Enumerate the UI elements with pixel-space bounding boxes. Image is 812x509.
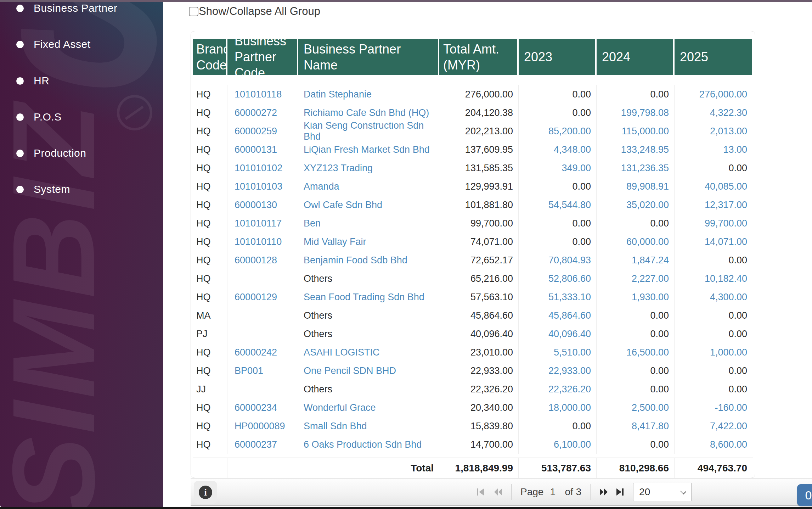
pagination-bar: i Page 1 of 3 20 (191, 479, 812, 506)
business-partner-name-link[interactable]: Richiamo Cafe Sdn Bhd (HQ) (298, 104, 439, 122)
branch-code-cell: HQ (193, 196, 227, 214)
amount-2025-cell: 276,000.00 (675, 85, 752, 104)
table-header-row: Branch Code Business Partner Code Busine… (193, 39, 753, 75)
column-header-business-partner-name[interactable]: Business Partner Name (298, 39, 439, 75)
table-row: HQ60000128Benjamin Food Sdb Bhd72,652.17… (193, 251, 753, 269)
amount-2025-cell: 0.00 (675, 362, 752, 380)
amount-2023-cell: 4,348.00 (519, 140, 597, 159)
amount-2024-cell: 0.00 (597, 214, 675, 233)
business-partner-name-link[interactable]: Owl Cafe Sdn Bhd (298, 196, 439, 214)
business-partner-code-link[interactable]: 101010102 (227, 159, 298, 177)
amount-2024-cell: 131,236.35 (597, 159, 675, 177)
bullet-icon (16, 150, 24, 157)
branch-code-cell: HQ (193, 269, 227, 288)
column-header-2024[interactable]: 2024 (597, 39, 675, 75)
business-partner-code-link[interactable]: 101010118 (227, 85, 298, 104)
business-partner-name-link[interactable]: Amanda (298, 177, 439, 196)
amount-2025-cell: 0.00 (675, 380, 752, 398)
next-page-icon[interactable] (599, 487, 608, 497)
business-partner-code-link[interactable]: 60000272 (227, 104, 298, 122)
amount-2023-cell: 0.00 (519, 104, 597, 122)
window-bottom-edge (0, 507, 812, 509)
business-partner-code-link[interactable]: 60000259 (227, 122, 298, 140)
business-partner-code-link[interactable]: 101010103 (227, 177, 298, 196)
page-size-select[interactable]: 20 (633, 483, 692, 501)
business-partner-code-link[interactable]: 60000130 (227, 196, 298, 214)
business-partner-code-link (227, 306, 298, 325)
page-number-input[interactable]: 1 (550, 486, 556, 498)
amount-2025-cell: 8,600.00 (675, 435, 752, 454)
branch-code-cell: MA (193, 306, 227, 325)
sidebar-item-fixed-asset[interactable]: Fixed Asset (0, 34, 163, 55)
group-others-label: Others (298, 306, 439, 325)
amount-2023-cell: 70,804.93 (519, 251, 597, 269)
business-partner-name-link[interactable]: Kian Seng Construction Sdn Bhd (298, 122, 439, 140)
total-amount-cell: 40,096.40 (439, 325, 519, 343)
bullet-icon (16, 41, 24, 48)
info-button[interactable]: i (194, 481, 217, 504)
amount-2024-cell: 115,000.00 (597, 122, 675, 140)
window-top-edge (0, 0, 812, 2)
sidebar-item-hr[interactable]: HR (0, 70, 163, 91)
amount-2025-cell: 13.00 (675, 140, 752, 159)
business-partner-name-link[interactable]: LiQian Fresh Market Sdn Bhd (298, 140, 439, 159)
business-partner-code-link[interactable]: 60000129 (227, 288, 298, 306)
show-collapse-checkbox[interactable] (189, 7, 198, 16)
business-partner-code-link[interactable]: 60000128 (227, 251, 298, 269)
table-row: HQ60000272Richiamo Cafe Sdn Bhd (HQ)204,… (193, 104, 753, 122)
business-partner-name-link[interactable]: Benjamin Food Sdb Bhd (298, 251, 439, 269)
business-partner-name-link[interactable]: Datin Stephanie (298, 85, 439, 104)
branch-code-cell: PJ (193, 325, 227, 343)
business-partner-code-link[interactable]: 60000234 (227, 398, 298, 417)
business-partner-name-link[interactable]: One Pencil SDN BHD (298, 362, 439, 380)
business-partner-code-link[interactable]: BP001 (227, 362, 298, 380)
sidebar-item-p-o-s[interactable]: P.O.S (0, 106, 163, 128)
sidebar-item-system[interactable]: System (0, 179, 163, 200)
table-row: HQBP001One Pencil SDN BHD22,933.0022,933… (193, 362, 753, 380)
table-row: HQ101010103Amanda129,993.910.0089,908.91… (193, 177, 753, 196)
business-partner-name-link[interactable]: Sean Food Trading Sdn Bhd (298, 288, 439, 306)
previous-page-icon[interactable] (494, 487, 503, 497)
branch-code-cell: HQ (193, 343, 227, 362)
amount-2024-cell: 16,500.00 (597, 343, 675, 362)
last-page-icon[interactable] (615, 487, 625, 497)
business-partner-code-link[interactable]: 60000131 (227, 140, 298, 159)
business-partner-name-link[interactable]: 6 Oaks Production Sdn Bhd (298, 435, 439, 454)
notification-badge-button[interactable]: 0 (797, 484, 812, 506)
table-row: HQ101010117Ben99,700.000.000.0099,700.00 (193, 214, 753, 233)
column-header-2023[interactable]: 2023 (519, 39, 597, 75)
show-collapse-all-group-toggle[interactable]: Show/Collapse All Group (189, 4, 320, 18)
business-partner-results-table: Branch Code Business Partner Code Busine… (191, 31, 755, 478)
business-partner-name-link[interactable]: ASAHI LOGISTIC (298, 343, 439, 362)
sidebar-item-label: Fixed Asset (34, 38, 91, 50)
amount-2023-cell: 0.00 (519, 214, 597, 233)
amount-2024-cell: 0.00 (597, 380, 675, 398)
total-amount-cell: 22,326.20 (439, 380, 519, 398)
total-amount-cell: 99,700.00 (439, 214, 519, 233)
sidebar-item-production[interactable]: Production (0, 142, 163, 164)
business-partner-name-link[interactable]: Wonderful Grace (298, 398, 439, 417)
column-header-business-partner-code[interactable]: Business Partner Code (227, 39, 298, 75)
business-partner-code-link[interactable]: 60000242 (227, 343, 298, 362)
business-partner-name-link[interactable]: XYZ123 Trading (298, 159, 439, 177)
amount-2023-cell: 45,864.60 (519, 306, 597, 325)
column-header-branch-code[interactable]: Branch Code (193, 39, 227, 75)
business-partner-name-link[interactable]: Small Sdn Bhd (298, 417, 439, 435)
column-header-total-amt[interactable]: Total Amt. (MYR) (439, 39, 519, 75)
group-others-label: Others (298, 380, 439, 398)
business-partner-code-link[interactable]: 101010110 (227, 233, 298, 251)
total-row-spacer (227, 458, 298, 478)
table-row: HQHP0000089Small Sdn Bhd15,839.800.008,4… (193, 417, 753, 435)
business-partner-code-link[interactable]: HP0000089 (227, 417, 298, 435)
column-header-2025[interactable]: 2025 (675, 39, 752, 75)
sidebar-item-business-partner[interactable]: Business Partner (0, 0, 163, 19)
business-partner-name-link[interactable]: Mid Vallay Fair (298, 233, 439, 251)
amount-2024-cell: 89,908.91 (597, 177, 675, 196)
business-partner-name-link[interactable]: Ben (298, 214, 439, 233)
amount-2023-cell: 18,000.00 (519, 398, 597, 417)
business-partner-code-link[interactable]: 101010117 (227, 214, 298, 233)
first-page-icon[interactable] (476, 487, 485, 497)
business-partner-code-link (227, 380, 298, 398)
business-partner-code-link[interactable]: 60000237 (227, 435, 298, 454)
sidebar: S SIMBIZ Business PartnerFixed AssetHRP.… (0, 0, 163, 509)
